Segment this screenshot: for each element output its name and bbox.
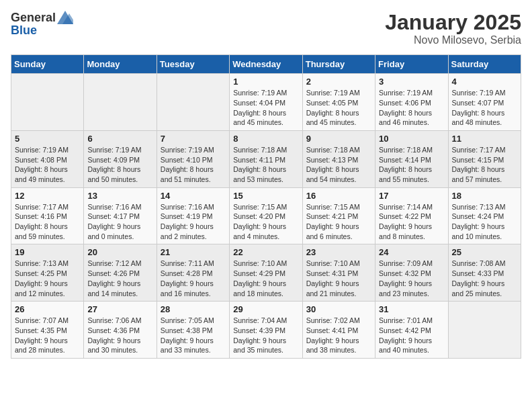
day-info: Sunrise: 7:18 AM Sunset: 4:14 PM Dayligh… <box>379 145 444 185</box>
day-number: 9 <box>306 134 371 144</box>
day-info: Sunrise: 7:02 AM Sunset: 4:41 PM Dayligh… <box>306 316 371 355</box>
calendar-cell: 23Sunrise: 7:10 AM Sunset: 4:31 PM Dayli… <box>302 244 375 302</box>
calendar-cell: 28Sunrise: 7:05 AM Sunset: 4:38 PM Dayli… <box>157 302 229 359</box>
day-info: Sunrise: 7:16 AM Sunset: 4:19 PM Dayligh… <box>161 202 226 242</box>
day-info: Sunrise: 7:16 AM Sunset: 4:17 PM Dayligh… <box>87 202 152 242</box>
day-info: Sunrise: 7:19 AM Sunset: 4:09 PM Dayligh… <box>87 145 152 185</box>
day-number: 31 <box>379 304 444 314</box>
calendar-day-header: Sunday <box>11 55 84 74</box>
calendar-cell <box>11 74 84 131</box>
day-number: 26 <box>15 304 80 314</box>
day-number: 16 <box>306 191 371 201</box>
day-number: 29 <box>233 304 298 314</box>
calendar-cell: 14Sunrise: 7:16 AM Sunset: 4:19 PM Dayli… <box>157 187 229 244</box>
title-area: January 2025 Novo Milosevo, Serbia <box>385 11 521 46</box>
calendar-cell: 7Sunrise: 7:19 AM Sunset: 4:10 PM Daylig… <box>157 130 229 187</box>
calendar-table: SundayMondayTuesdayWednesdayThursdayFrid… <box>11 54 521 359</box>
day-number: 24 <box>379 247 444 257</box>
day-info: Sunrise: 7:17 AM Sunset: 4:16 PM Dayligh… <box>15 202 80 242</box>
logo: General Blue <box>11 11 73 37</box>
day-info: Sunrise: 7:15 AM Sunset: 4:20 PM Dayligh… <box>233 202 298 242</box>
calendar-cell: 25Sunrise: 7:08 AM Sunset: 4:33 PM Dayli… <box>448 244 521 302</box>
calendar-week-row: 26Sunrise: 7:07 AM Sunset: 4:35 PM Dayli… <box>11 302 521 359</box>
day-info: Sunrise: 7:07 AM Sunset: 4:35 PM Dayligh… <box>15 316 80 355</box>
calendar-day-header: Wednesday <box>230 55 302 74</box>
day-info: Sunrise: 7:10 AM Sunset: 4:31 PM Dayligh… <box>306 259 371 298</box>
day-info: Sunrise: 7:06 AM Sunset: 4:36 PM Dayligh… <box>87 316 152 355</box>
day-info: Sunrise: 7:17 AM Sunset: 4:15 PM Dayligh… <box>452 145 517 185</box>
day-info: Sunrise: 7:13 AM Sunset: 4:25 PM Dayligh… <box>15 259 80 298</box>
calendar-cell: 18Sunrise: 7:13 AM Sunset: 4:24 PM Dayli… <box>448 187 521 244</box>
day-number: 23 <box>306 247 371 257</box>
day-number: 3 <box>379 77 444 87</box>
calendar-cell: 8Sunrise: 7:18 AM Sunset: 4:11 PM Daylig… <box>230 130 302 187</box>
day-number: 17 <box>379 191 444 201</box>
day-number: 14 <box>161 191 226 201</box>
calendar-cell: 3Sunrise: 7:19 AM Sunset: 4:06 PM Daylig… <box>375 74 448 131</box>
calendar-week-row: 19Sunrise: 7:13 AM Sunset: 4:25 PM Dayli… <box>11 244 521 302</box>
calendar-cell: 20Sunrise: 7:12 AM Sunset: 4:26 PM Dayli… <box>84 244 157 302</box>
day-number: 25 <box>452 247 517 257</box>
day-info: Sunrise: 7:04 AM Sunset: 4:39 PM Dayligh… <box>233 316 298 355</box>
day-number: 20 <box>87 247 152 257</box>
calendar-week-row: 5Sunrise: 7:19 AM Sunset: 4:08 PM Daylig… <box>11 130 521 187</box>
day-number: 13 <box>87 191 152 201</box>
calendar-cell: 29Sunrise: 7:04 AM Sunset: 4:39 PM Dayli… <box>230 302 302 359</box>
day-number: 21 <box>161 247 226 257</box>
calendar-cell <box>157 74 229 131</box>
calendar-cell: 21Sunrise: 7:11 AM Sunset: 4:28 PM Dayli… <box>157 244 229 302</box>
day-info: Sunrise: 7:11 AM Sunset: 4:28 PM Dayligh… <box>161 259 226 298</box>
page-subtitle: Novo Milosevo, Serbia <box>385 34 521 46</box>
calendar-cell: 6Sunrise: 7:19 AM Sunset: 4:09 PM Daylig… <box>84 130 157 187</box>
calendar-day-header: Thursday <box>302 55 375 74</box>
calendar-cell: 27Sunrise: 7:06 AM Sunset: 4:36 PM Dayli… <box>84 302 157 359</box>
logo-text-blue: Blue <box>11 24 37 37</box>
calendar-day-header: Friday <box>375 55 448 74</box>
calendar-cell: 5Sunrise: 7:19 AM Sunset: 4:08 PM Daylig… <box>11 130 84 187</box>
calendar-cell: 19Sunrise: 7:13 AM Sunset: 4:25 PM Dayli… <box>11 244 84 302</box>
day-number: 12 <box>15 191 80 201</box>
calendar-day-header: Monday <box>84 55 157 74</box>
calendar-cell: 10Sunrise: 7:18 AM Sunset: 4:14 PM Dayli… <box>375 130 448 187</box>
day-info: Sunrise: 7:12 AM Sunset: 4:26 PM Dayligh… <box>87 259 152 298</box>
calendar-cell: 31Sunrise: 7:01 AM Sunset: 4:42 PM Dayli… <box>375 302 448 359</box>
day-number: 1 <box>233 77 298 87</box>
day-info: Sunrise: 7:09 AM Sunset: 4:32 PM Dayligh… <box>379 259 444 298</box>
day-number: 22 <box>233 247 298 257</box>
day-info: Sunrise: 7:08 AM Sunset: 4:33 PM Dayligh… <box>452 259 517 298</box>
calendar-cell: 1Sunrise: 7:19 AM Sunset: 4:04 PM Daylig… <box>230 74 302 131</box>
logo-icon <box>57 11 73 24</box>
calendar-week-row: 12Sunrise: 7:17 AM Sunset: 4:16 PM Dayli… <box>11 187 521 244</box>
day-info: Sunrise: 7:18 AM Sunset: 4:11 PM Dayligh… <box>233 145 298 185</box>
day-info: Sunrise: 7:19 AM Sunset: 4:07 PM Dayligh… <box>452 88 517 128</box>
day-number: 27 <box>87 304 152 314</box>
day-info: Sunrise: 7:19 AM Sunset: 4:05 PM Dayligh… <box>306 88 371 128</box>
calendar-header-row: SundayMondayTuesdayWednesdayThursdayFrid… <box>11 55 521 74</box>
day-info: Sunrise: 7:14 AM Sunset: 4:22 PM Dayligh… <box>379 202 444 242</box>
calendar-cell: 16Sunrise: 7:15 AM Sunset: 4:21 PM Dayli… <box>302 187 375 244</box>
calendar-cell: 22Sunrise: 7:10 AM Sunset: 4:29 PM Dayli… <box>230 244 302 302</box>
day-number: 18 <box>452 191 517 201</box>
calendar-cell: 15Sunrise: 7:15 AM Sunset: 4:20 PM Dayli… <box>230 187 302 244</box>
day-number: 30 <box>306 304 371 314</box>
calendar-cell: 4Sunrise: 7:19 AM Sunset: 4:07 PM Daylig… <box>448 74 521 131</box>
day-info: Sunrise: 7:15 AM Sunset: 4:21 PM Dayligh… <box>306 202 371 242</box>
calendar-cell: 30Sunrise: 7:02 AM Sunset: 4:41 PM Dayli… <box>302 302 375 359</box>
calendar-cell: 24Sunrise: 7:09 AM Sunset: 4:32 PM Dayli… <box>375 244 448 302</box>
day-number: 7 <box>161 134 226 144</box>
day-number: 6 <box>87 134 152 144</box>
page-title: January 2025 <box>385 11 521 34</box>
calendar-cell: 26Sunrise: 7:07 AM Sunset: 4:35 PM Dayli… <box>11 302 84 359</box>
day-info: Sunrise: 7:01 AM Sunset: 4:42 PM Dayligh… <box>379 316 444 355</box>
calendar-cell: 13Sunrise: 7:16 AM Sunset: 4:17 PM Dayli… <box>84 187 157 244</box>
logo-text-general: General <box>11 11 56 24</box>
day-info: Sunrise: 7:19 AM Sunset: 4:10 PM Dayligh… <box>161 145 226 185</box>
day-number: 19 <box>15 247 80 257</box>
calendar-day-header: Tuesday <box>157 55 229 74</box>
day-number: 10 <box>379 134 444 144</box>
calendar-cell: 9Sunrise: 7:18 AM Sunset: 4:13 PM Daylig… <box>302 130 375 187</box>
calendar-cell: 17Sunrise: 7:14 AM Sunset: 4:22 PM Dayli… <box>375 187 448 244</box>
calendar-cell: 11Sunrise: 7:17 AM Sunset: 4:15 PM Dayli… <box>448 130 521 187</box>
day-number: 5 <box>15 134 80 144</box>
day-info: Sunrise: 7:19 AM Sunset: 4:06 PM Dayligh… <box>379 88 444 128</box>
